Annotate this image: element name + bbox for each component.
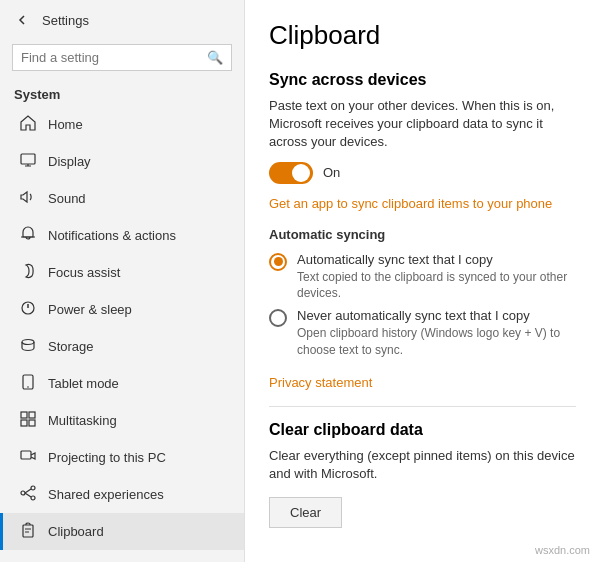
sidebar-item-notifications[interactable]: Notifications & actions bbox=[0, 217, 244, 254]
sidebar-item-notifications-label: Notifications & actions bbox=[48, 228, 176, 243]
multitasking-icon bbox=[20, 411, 36, 430]
divider bbox=[269, 406, 576, 407]
sync-description: Paste text on your other devices. When t… bbox=[269, 97, 576, 152]
toggle-label: On bbox=[323, 165, 340, 180]
back-button[interactable] bbox=[12, 10, 32, 30]
sidebar-item-clipboard-label: Clipboard bbox=[48, 524, 104, 539]
main-content: Clipboard Sync across devices Paste text… bbox=[245, 0, 600, 562]
radio-auto-button[interactable] bbox=[269, 253, 287, 271]
svg-point-11 bbox=[21, 491, 25, 495]
radio-auto-label: Automatically sync text that I copy bbox=[297, 252, 576, 267]
svg-point-10 bbox=[31, 486, 35, 490]
radio-item-auto[interactable]: Automatically sync text that I copy Text… bbox=[269, 252, 576, 303]
sidebar-item-home[interactable]: Home bbox=[0, 106, 244, 143]
storage-icon bbox=[20, 337, 36, 356]
power-icon bbox=[20, 300, 36, 319]
toggle-thumb bbox=[292, 164, 310, 182]
privacy-link[interactable]: Privacy statement bbox=[269, 375, 576, 390]
tablet-icon bbox=[20, 374, 36, 393]
svg-point-12 bbox=[31, 496, 35, 500]
sidebar-item-projecting[interactable]: Projecting to this PC bbox=[0, 439, 244, 476]
radio-never-button[interactable] bbox=[269, 309, 287, 327]
sync-section-title: Sync across devices bbox=[269, 71, 576, 89]
radio-never-label: Never automatically sync text that I cop… bbox=[297, 308, 576, 323]
clear-section-title: Clear clipboard data bbox=[269, 421, 576, 439]
search-icon: 🔍 bbox=[207, 50, 223, 65]
radio-item-never[interactable]: Never automatically sync text that I cop… bbox=[269, 308, 576, 359]
sidebar-item-tablet[interactable]: Tablet mode bbox=[0, 365, 244, 402]
settings-title: Settings bbox=[42, 13, 89, 28]
sidebar-item-shared[interactable]: Shared experiences bbox=[0, 476, 244, 513]
sidebar-item-focus[interactable]: Focus assist bbox=[0, 254, 244, 291]
sidebar-item-multitasking[interactable]: Multitasking bbox=[0, 402, 244, 439]
sidebar-item-storage-label: Storage bbox=[48, 339, 94, 354]
svg-rect-13 bbox=[23, 525, 33, 537]
search-input[interactable] bbox=[21, 50, 201, 65]
watermark: wsxdn.com bbox=[531, 542, 594, 558]
svg-rect-5 bbox=[21, 412, 27, 418]
sidebar-item-power[interactable]: Power & sleep bbox=[0, 291, 244, 328]
nav-menu: Home Display Sound Notifications & actio… bbox=[0, 106, 244, 550]
home-icon bbox=[20, 115, 36, 134]
radio-auto-text-group: Automatically sync text that I copy Text… bbox=[297, 252, 576, 303]
svg-rect-8 bbox=[29, 420, 35, 426]
page-title: Clipboard bbox=[269, 20, 576, 51]
system-label: System bbox=[0, 79, 244, 106]
sidebar-item-multitasking-label: Multitasking bbox=[48, 413, 117, 428]
auto-sync-title: Automatic syncing bbox=[269, 227, 576, 242]
svg-point-2 bbox=[22, 340, 34, 345]
shared-icon bbox=[20, 485, 36, 504]
sidebar-item-shared-label: Shared experiences bbox=[48, 487, 164, 502]
sidebar-item-sound[interactable]: Sound bbox=[0, 180, 244, 217]
clipboard-icon bbox=[20, 522, 36, 541]
sidebar-item-clipboard[interactable]: Clipboard bbox=[0, 513, 244, 550]
radio-never-text-group: Never automatically sync text that I cop… bbox=[297, 308, 576, 359]
sidebar-item-display-label: Display bbox=[48, 154, 91, 169]
sidebar-item-home-label: Home bbox=[48, 117, 83, 132]
sync-toggle-row: On bbox=[269, 162, 576, 184]
projecting-icon bbox=[20, 448, 36, 467]
svg-rect-6 bbox=[29, 412, 35, 418]
sync-app-link[interactable]: Get an app to sync clipboard items to yo… bbox=[269, 196, 576, 211]
sidebar-item-power-label: Power & sleep bbox=[48, 302, 132, 317]
sidebar: Settings 🔍 System Home Display Sound bbox=[0, 0, 245, 562]
sidebar-item-display[interactable]: Display bbox=[0, 143, 244, 180]
sidebar-item-tablet-label: Tablet mode bbox=[48, 376, 119, 391]
notifications-icon bbox=[20, 226, 36, 245]
sidebar-item-sound-label: Sound bbox=[48, 191, 86, 206]
display-icon bbox=[20, 152, 36, 171]
svg-point-4 bbox=[27, 386, 29, 388]
sync-toggle[interactable] bbox=[269, 162, 313, 184]
sound-icon bbox=[20, 189, 36, 208]
clear-description: Clear everything (except pinned items) o… bbox=[269, 447, 576, 483]
svg-rect-0 bbox=[21, 154, 35, 164]
sidebar-header: Settings bbox=[0, 0, 244, 40]
sidebar-item-storage[interactable]: Storage bbox=[0, 328, 244, 365]
svg-rect-7 bbox=[21, 420, 27, 426]
sidebar-item-projecting-label: Projecting to this PC bbox=[48, 450, 166, 465]
search-box[interactable]: 🔍 bbox=[12, 44, 232, 71]
clear-button[interactable]: Clear bbox=[269, 497, 342, 528]
radio-auto-sublabel: Text copied to the clipboard is synced t… bbox=[297, 269, 576, 303]
focus-icon bbox=[20, 263, 36, 282]
radio-never-sublabel: Open clipboard history (Windows logo key… bbox=[297, 325, 576, 359]
sidebar-item-focus-label: Focus assist bbox=[48, 265, 120, 280]
radio-group: Automatically sync text that I copy Text… bbox=[269, 252, 576, 359]
svg-rect-9 bbox=[21, 451, 31, 459]
